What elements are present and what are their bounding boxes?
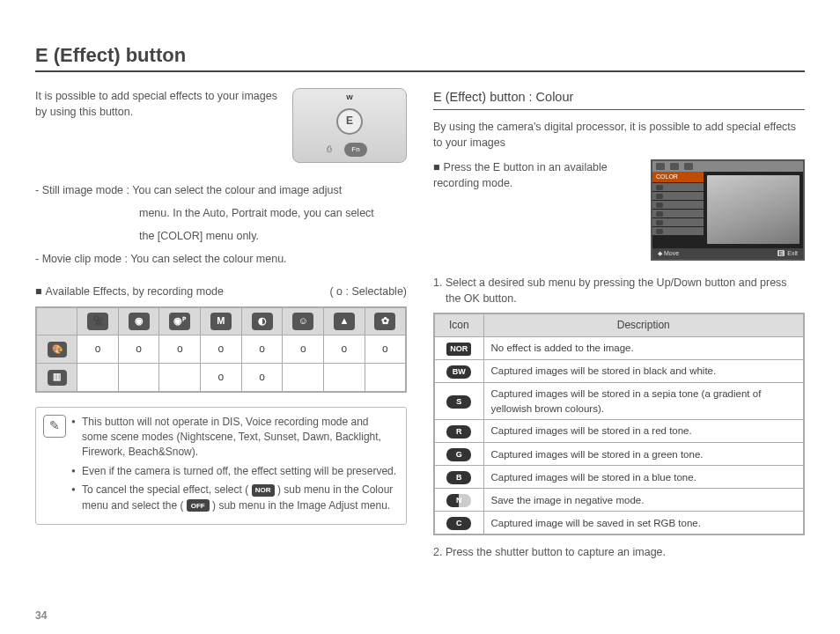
- effect-desc: Captured images will be stored in a gree…: [483, 443, 804, 466]
- cell: o: [159, 335, 201, 364]
- available-effects-label: Available Effects, by recording mode: [46, 285, 224, 298]
- still-line1: You can select the colour and image adju…: [132, 184, 342, 196]
- effects-matrix-table: 🎥 ◉ ◉ᴾ M ◐ ☺ ▲ ✿ 🎨 o o o o o o: [35, 306, 407, 393]
- col-icon-head: Icon: [434, 313, 483, 337]
- effect-bw-icon: BW: [446, 365, 471, 379]
- square-bullet-icon: ■: [35, 285, 42, 298]
- table-row: BCaptured images will be stored in a blu…: [434, 466, 804, 489]
- effect-button-icon: E: [336, 108, 363, 135]
- mode-auto-icon: ◉: [129, 313, 150, 330]
- lcd-menu-title: COLOR: [652, 172, 704, 182]
- effect-sepia-icon: S: [446, 395, 471, 409]
- still-mode-label: - Still image mode :: [35, 184, 129, 196]
- effect-negative-icon: N: [446, 494, 471, 507]
- effect-green-icon: G: [446, 448, 471, 461]
- cell: o: [241, 364, 283, 392]
- table-row: 🎨 o o o o o o o o: [36, 335, 406, 364]
- cell: o: [118, 335, 159, 364]
- row-palette-icon: 🎨: [48, 342, 67, 358]
- table-row: GCaptured images will be stored in a gre…: [434, 443, 804, 466]
- still-line2: menu. In the Auto, Portrait mode, you ca…: [35, 205, 407, 221]
- effect-desc: Captured images will be stored in a blue…: [483, 466, 804, 489]
- effect-custom-icon: C: [446, 517, 471, 530]
- cell: o: [77, 335, 119, 364]
- effect-desc: Captured images will be stored in a red …: [483, 420, 804, 443]
- cell: o: [324, 335, 365, 364]
- lcd-sample-image: [707, 175, 799, 244]
- notes-box: ✎ This button will not operate in DIS, V…: [35, 407, 407, 525]
- mode-scene-icon: ▲: [334, 313, 355, 330]
- cell: o: [201, 364, 242, 392]
- cell: [365, 364, 406, 392]
- cell: [77, 364, 119, 392]
- note-item: This button will not operate in DIS, Voi…: [73, 415, 397, 461]
- nor-inline-icon: NOR: [252, 484, 275, 497]
- effect-nor-icon: NOR: [446, 343, 471, 356]
- cell: o: [283, 335, 324, 364]
- cell: [324, 364, 365, 392]
- effect-desc: Captured image will be saved in set RGB …: [483, 512, 804, 535]
- mode-movie-icon: 🎥: [87, 313, 108, 330]
- page-number: 34: [35, 609, 47, 622]
- lcd-move-label: Move: [664, 250, 679, 256]
- table-row: CCaptured image will be saved in set RGB…: [434, 512, 804, 535]
- mode-program-icon: ◉ᴾ: [169, 313, 190, 330]
- row-adjust-icon: ▥: [48, 370, 67, 386]
- press-e-text: Press the E button in an available recor…: [433, 161, 608, 189]
- table-row: Icon Description: [434, 313, 804, 337]
- effect-red-icon: R: [446, 425, 471, 439]
- table-row: BWCaptured images will be stored in blac…: [434, 359, 804, 382]
- off-inline-icon: OFF: [187, 499, 210, 512]
- cell: o: [201, 335, 242, 364]
- effect-desc: Captured images will be stored in a sepi…: [483, 382, 804, 419]
- note-item: Even if the camera is turned off, the ef…: [73, 464, 397, 479]
- left-column: It is possible to add special effects to…: [35, 88, 407, 566]
- still-line3: the [COLOR] menu only.: [35, 228, 407, 244]
- table-row: NSave the image in negative mode.: [434, 489, 804, 512]
- intro-text: It is possible to add special effects to…: [35, 88, 280, 120]
- camera-illustration: W E ⎙ Fn: [292, 88, 407, 163]
- col-desc-head: Description: [483, 313, 804, 337]
- cell: [118, 364, 159, 392]
- cell: [159, 364, 201, 392]
- mode-portrait-icon: ☺: [292, 313, 313, 330]
- effect-desc: Save the image in negative mode.: [483, 489, 804, 512]
- note-item: To cancel the special effect, select ( N…: [73, 483, 397, 513]
- selectable-legend: ( o : Selectable): [329, 284, 407, 299]
- print-icon: ⎙: [327, 144, 331, 155]
- lcd-preview: COLOR ◆ Move EExit: [651, 159, 805, 261]
- lcd-e-key-icon: E: [777, 250, 785, 256]
- mode-manual-icon: M: [210, 313, 232, 330]
- lcd-exit-label: Exit: [787, 250, 798, 256]
- effect-desc: Captured images will be stored in black …: [483, 359, 804, 382]
- colour-effects-table: Icon Description NORNo effect is added t…: [433, 313, 805, 536]
- movie-mode-line: - Movie clip mode : You can select the c…: [35, 251, 407, 267]
- step-2: 2. Press the shutter button to capture a…: [433, 544, 805, 560]
- mode-descriptions: - Still image mode : You can select the …: [35, 182, 407, 268]
- cell: [283, 364, 324, 392]
- page-title: E (Effect) button: [35, 44, 805, 72]
- cell: o: [241, 335, 283, 364]
- effect-blue-icon: B: [446, 471, 471, 484]
- mode-night-icon: ◐: [252, 313, 273, 330]
- zoom-wide-label: W: [346, 92, 353, 103]
- mode-macro-icon: ✿: [374, 313, 395, 330]
- table-row: 🎥 ◉ ◉ᴾ M ◐ ☺ ▲ ✿: [36, 307, 406, 335]
- colour-subhead: E (Effect) button : Colour: [433, 88, 805, 110]
- right-column: E (Effect) button : Colour By using the …: [433, 88, 805, 566]
- cell: o: [365, 335, 406, 364]
- table-row: RCaptured images will be stored in a red…: [434, 420, 804, 443]
- square-bullet-icon: ■: [433, 161, 440, 173]
- step-1: 1. Select a desired sub menu by pressing…: [433, 275, 805, 306]
- table-row: SCaptured images will be stored in a sep…: [434, 382, 804, 419]
- effect-desc: No effect is added to the image.: [483, 336, 804, 359]
- note-icon: ✎: [43, 415, 66, 438]
- colour-intro: By using the camera's digital processor,…: [433, 119, 805, 151]
- table-row: ▥ o o: [36, 364, 406, 392]
- fn-button-icon: Fn: [344, 143, 367, 157]
- table-row: NORNo effect is added to the image.: [434, 336, 804, 359]
